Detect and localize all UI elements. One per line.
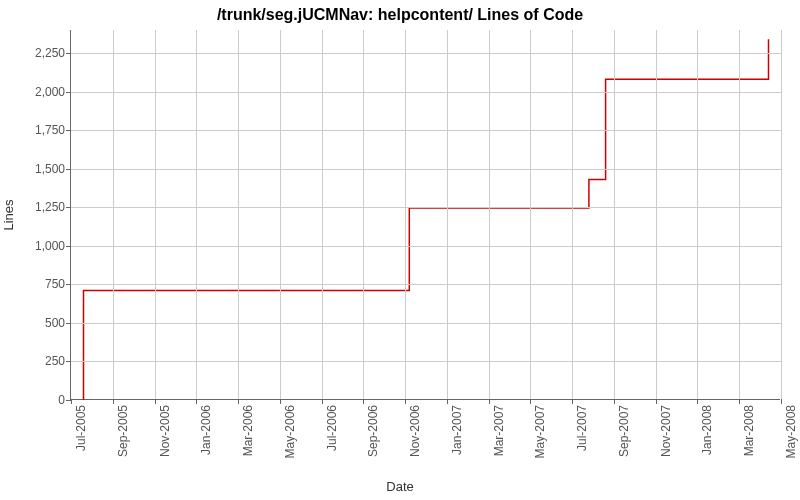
x-tick-mark — [739, 399, 740, 404]
grid-line-v — [781, 30, 782, 400]
y-tick-label: 500 — [5, 316, 65, 330]
x-tick-label: May-2006 — [283, 405, 297, 458]
grid-line-h — [71, 323, 781, 324]
x-tick-label: Mar-2006 — [241, 405, 255, 456]
y-tick-label: 2,000 — [5, 85, 65, 99]
chart-title: /trunk/seg.jUCMNav: helpcontent/ Lines o… — [0, 6, 800, 24]
x-tick-mark — [280, 399, 281, 404]
grid-line-v — [363, 30, 364, 400]
y-tick-mark — [66, 246, 71, 247]
y-tick-mark — [66, 92, 71, 93]
grid-line-v — [113, 30, 114, 400]
grid-line-v — [572, 30, 573, 400]
y-tick-mark — [66, 169, 71, 170]
x-tick-label: Mar-2008 — [742, 405, 756, 456]
y-tick-mark — [66, 284, 71, 285]
x-tick-mark — [71, 399, 72, 404]
grid-line-h — [71, 361, 781, 362]
y-tick-mark — [66, 207, 71, 208]
y-tick-mark — [66, 53, 71, 54]
x-tick-mark — [196, 399, 197, 404]
x-tick-mark — [155, 399, 156, 404]
y-tick-label: 0 — [5, 393, 65, 407]
x-tick-label: Nov-2005 — [158, 405, 172, 457]
grid-line-v — [739, 30, 740, 400]
y-tick-mark — [66, 130, 71, 131]
grid-line-h — [71, 207, 781, 208]
x-tick-mark — [781, 399, 782, 404]
x-tick-mark — [697, 399, 698, 404]
y-tick-label: 250 — [5, 354, 65, 368]
y-tick-mark — [66, 323, 71, 324]
grid-line-v — [238, 30, 239, 400]
x-tick-mark — [238, 399, 239, 404]
x-tick-mark — [614, 399, 615, 404]
x-tick-label: May-2008 — [784, 405, 798, 458]
x-tick-label: Sep-2007 — [617, 405, 631, 457]
y-tick-label: 1,000 — [5, 239, 65, 253]
x-tick-mark — [530, 399, 531, 404]
x-tick-label: Mar-2007 — [492, 405, 506, 456]
y-tick-label: 1,250 — [5, 200, 65, 214]
line-path — [84, 39, 769, 400]
grid-line-v — [489, 30, 490, 400]
grid-line-h — [71, 169, 781, 170]
x-tick-label: Jan-2008 — [700, 405, 714, 455]
x-tick-label: Jan-2006 — [199, 405, 213, 455]
grid-line-v — [405, 30, 406, 400]
x-tick-label: Sep-2006 — [366, 405, 380, 457]
x-tick-label: Sep-2005 — [116, 405, 130, 457]
grid-line-v — [614, 30, 615, 400]
grid-line-v — [697, 30, 698, 400]
grid-line-v — [447, 30, 448, 400]
x-tick-label: Nov-2007 — [659, 405, 673, 457]
grid-line-v — [530, 30, 531, 400]
grid-line-h — [71, 53, 781, 54]
x-tick-mark — [447, 399, 448, 404]
y-tick-label: 2,250 — [5, 46, 65, 60]
y-tick-mark — [66, 361, 71, 362]
x-tick-mark — [113, 399, 114, 404]
grid-line-h — [71, 130, 781, 131]
x-tick-mark — [405, 399, 406, 404]
x-tick-label: Jul-2005 — [74, 405, 88, 451]
x-tick-mark — [322, 399, 323, 404]
grid-line-h — [71, 284, 781, 285]
grid-line-v — [280, 30, 281, 400]
line-series — [71, 30, 781, 400]
grid-line-v — [155, 30, 156, 400]
x-tick-mark — [572, 399, 573, 404]
grid-line-h — [71, 92, 781, 93]
x-tick-label: Jul-2007 — [575, 405, 589, 451]
grid-line-v — [322, 30, 323, 400]
x-tick-mark — [489, 399, 490, 404]
x-tick-label: Jul-2006 — [325, 405, 339, 451]
plot-area — [70, 30, 780, 400]
grid-line-h — [71, 246, 781, 247]
x-tick-mark — [363, 399, 364, 404]
y-tick-label: 1,750 — [5, 123, 65, 137]
x-tick-label: Nov-2006 — [408, 405, 422, 457]
x-tick-mark — [656, 399, 657, 404]
x-axis-label: Date — [0, 479, 800, 494]
x-tick-label: Jan-2007 — [450, 405, 464, 455]
y-tick-label: 750 — [5, 277, 65, 291]
x-tick-label: May-2007 — [533, 405, 547, 458]
y-tick-label: 1,500 — [5, 162, 65, 176]
grid-line-v — [656, 30, 657, 400]
grid-line-v — [196, 30, 197, 400]
